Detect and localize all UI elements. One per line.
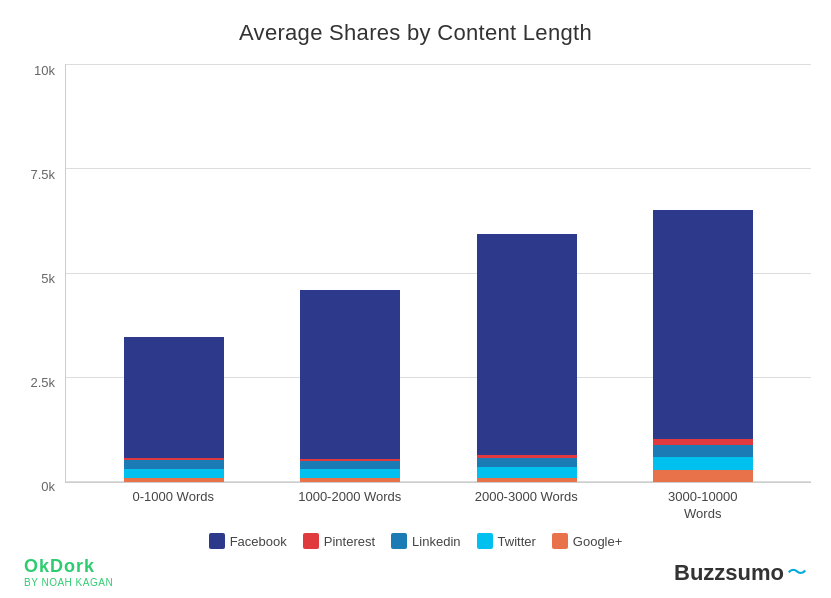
bar-segment-twitter: [653, 457, 753, 470]
bar-segment-facebook: [300, 290, 400, 459]
y-axis-label: 5k: [41, 272, 55, 285]
chart-area: 0k2.5k5k7.5k10k 0-1000 Words1000-2000 Wo…: [20, 64, 811, 523]
legend-color-box: [552, 533, 568, 549]
bar-segment-facebook: [477, 234, 577, 455]
x-axis-label: 0-1000 Words: [118, 489, 228, 523]
bar-segment-googleplus: [477, 478, 577, 483]
buzzsumo-wave-icon: 〜: [787, 559, 807, 586]
y-axis-label: 10k: [34, 64, 55, 77]
buzzsumo-logo: Buzzsumo 〜: [674, 559, 807, 586]
legend-item: Twitter: [477, 533, 536, 549]
legend: FacebookPinterestLinkedinTwitterGoogle+: [209, 533, 623, 549]
legend-label: Facebook: [230, 534, 287, 549]
legend-color-box: [477, 533, 493, 549]
bar-segment-linkedin: [300, 461, 400, 469]
legend-item: Linkedin: [391, 533, 460, 549]
bar-segment-linkedin: [653, 445, 753, 457]
buzzsumo-text: Buzzsumo: [674, 560, 784, 586]
legend-label: Linkedin: [412, 534, 460, 549]
bar-group: [648, 210, 758, 483]
x-axis-label: 1000-2000 Words: [295, 489, 405, 523]
bar-segment-twitter: [300, 469, 400, 478]
x-axis-label: 2000-3000 Words: [471, 489, 581, 523]
chart-title: Average Shares by Content Length: [239, 20, 592, 46]
bar-group: [119, 337, 229, 483]
legend-item: Google+: [552, 533, 623, 549]
y-axis-label: 7.5k: [30, 168, 55, 181]
bars-wrapper: [66, 64, 811, 482]
grid-and-bars: [65, 64, 811, 483]
okdork-top: OkDork: [24, 557, 113, 577]
bar-group: [472, 234, 582, 482]
x-labels: 0-1000 Words1000-2000 Words2000-3000 Wor…: [65, 483, 811, 523]
x-axis-label: 3000-10000 Words: [648, 489, 758, 523]
okdork-logo: OkDork BY NOAH KAGAN: [24, 557, 113, 588]
bar-segment-facebook: [653, 210, 753, 439]
legend-label: Twitter: [498, 534, 536, 549]
bar-segment-facebook: [124, 337, 224, 458]
legend-label: Pinterest: [324, 534, 375, 549]
y-axis-label: 0k: [41, 480, 55, 493]
okdork-bottom: BY NOAH KAGAN: [24, 577, 113, 588]
bar-segment-twitter: [124, 469, 224, 478]
bar-segment-linkedin: [477, 458, 577, 468]
bar-group: [295, 290, 405, 482]
legend-label: Google+: [573, 534, 623, 549]
legend-item: Facebook: [209, 533, 287, 549]
y-axis-label: 2.5k: [30, 376, 55, 389]
y-axis: 0k2.5k5k7.5k10k: [20, 64, 65, 523]
bar-segment-googleplus: [300, 478, 400, 482]
legend-color-box: [303, 533, 319, 549]
chart-container: Average Shares by Content Length 0k2.5k5…: [0, 0, 831, 598]
legend-color-box: [209, 533, 225, 549]
chart-main: 0-1000 Words1000-2000 Words2000-3000 Wor…: [65, 64, 811, 523]
bar-segment-googleplus: [653, 470, 753, 482]
legend-color-box: [391, 533, 407, 549]
bar-segment-googleplus: [124, 478, 224, 482]
bar-segment-twitter: [477, 467, 577, 478]
legend-item: Pinterest: [303, 533, 375, 549]
bar-segment-linkedin: [124, 460, 224, 469]
footer: OkDork BY NOAH KAGAN Buzzsumo 〜: [20, 557, 811, 588]
